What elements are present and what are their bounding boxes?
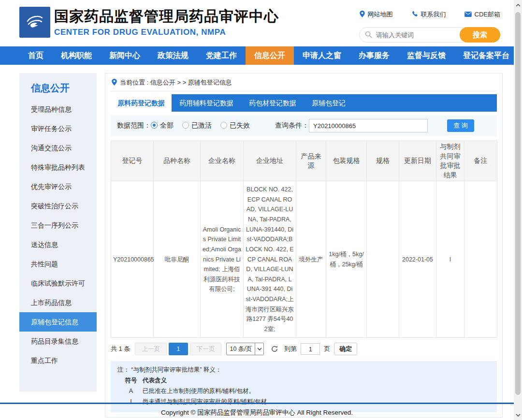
col-header-spec: 规格 xyxy=(367,141,399,181)
note-header-row: 符号 代表含义 xyxy=(117,376,490,386)
sidebar-item-common-issues[interactable]: 共性问题 xyxy=(19,254,97,274)
link-cde-mail-label: CDE邮箱 xyxy=(475,10,500,19)
link-sitemap[interactable]: 网站地图 xyxy=(360,10,393,19)
sidebar-item-delivery-info[interactable]: 送达信息 xyxy=(19,235,97,254)
nav-item-policy[interactable]: 政策法规 xyxy=(149,46,197,65)
cell-product-source: 境外生产 xyxy=(296,181,326,338)
breadcrumb-text: 当前位置 : 信息公开 > > 原辅包登记信息 xyxy=(120,78,232,87)
nav-item-supervision[interactable]: 监督与反馈 xyxy=(398,46,454,65)
prev-page-button[interactable]: 上一页 xyxy=(135,343,167,355)
radio-option-all[interactable]: 全部 xyxy=(151,121,174,130)
sidebar-item-three-in-one[interactable]: 三合一序列公示 xyxy=(19,216,97,235)
goto-page-unit: 页 xyxy=(324,345,330,353)
goto-page-label: 到第 xyxy=(284,345,297,353)
cell-variety-name: 吡非尼酮 xyxy=(154,181,201,338)
scrollbar-down-arrow-icon[interactable] xyxy=(514,411,522,419)
nav-item-home[interactable]: 首页 xyxy=(19,46,52,65)
radio-icon-all xyxy=(151,122,158,129)
radio-label-all: 全部 xyxy=(160,121,174,129)
col-header-variety-name: 品种名称 xyxy=(154,141,201,181)
col-header-update-date: 更新日期 xyxy=(399,141,436,181)
sidebar-item-review-tasks[interactable]: 审评任务公示 xyxy=(19,119,97,138)
tab-raw-excipient-registration[interactable]: 原辅包登记 xyxy=(304,94,353,112)
tab-excipient-registration-data[interactable]: 药用辅料登记数据 xyxy=(172,94,241,112)
cell-company-address: BLOCK NO. 422, ECP CANAL ROAD, VILLAGE-L… xyxy=(244,181,296,338)
breadcrumb: 当前位置 : 信息公开 > > 原辅包登记信息 xyxy=(111,77,497,91)
note-title: 注： “与制剂共同审评审批结果” 释义： xyxy=(117,365,490,376)
link-cde-mail[interactable]: CDE邮箱 xyxy=(464,10,500,19)
search-bar: 搜索 xyxy=(359,27,500,43)
col-header-product-source: 产品来源 xyxy=(296,141,326,181)
col-header-joint-review-result: 与制剂共同审批审批结果 xyxy=(436,141,464,181)
query-button[interactable]: 查 询 xyxy=(447,119,474,132)
page-size-value: 10 条/页 xyxy=(227,345,255,353)
cell-registration-no: Y20210000865 xyxy=(111,181,154,338)
cell-update-date: 2022-01-05 xyxy=(399,181,436,338)
site-footer: Copyright © 国家药品监督管理局药品审评中心 All Right Re… xyxy=(0,408,514,417)
site-header: 国家药品监督管理局药品审评中心 CENTER FOR DRUG EVALUATI… xyxy=(0,0,514,46)
note-item-a: A 已批准在上市制剂使用的原料/辅料/包材。 xyxy=(117,386,490,397)
phone-icon xyxy=(411,11,418,19)
refresh-icon[interactable] xyxy=(271,345,278,353)
cell-company-name: Amoli Organics Private Limited;Amoli Org… xyxy=(201,181,244,338)
next-page-button[interactable]: 下一页 xyxy=(190,343,222,355)
sidebar-title: 信息公开 xyxy=(19,79,97,100)
nav-item-party[interactable]: 党建工作 xyxy=(197,46,246,65)
sidebar: 信息公开 受理品种信息 审评任务公示 沟通交流公示 特殊审批品种列表 优先审评公… xyxy=(19,73,97,391)
sidebar-item-communication[interactable]: 沟通交流公示 xyxy=(19,138,97,158)
cell-spec xyxy=(367,181,399,338)
query-input[interactable] xyxy=(309,119,428,132)
sidebar-item-accepted-varieties[interactable]: 受理品种信息 xyxy=(19,100,97,119)
nav-item-registration-platform[interactable]: 登记备案平台 xyxy=(454,46,518,65)
note-meaning-i: 尚未通过与制剂共同审评审批的原料/辅料/包材。 xyxy=(143,397,273,407)
radio-option-expired[interactable]: 已失效 xyxy=(220,121,250,130)
sidebar-item-breakthrough-therapy[interactable]: 突破性治疗公示 xyxy=(19,196,97,216)
filter-bar: 数据范围： 全部 已激活 已失效 查询条件： 查 询 xyxy=(111,116,497,136)
scrollbar-up-arrow-icon[interactable] xyxy=(514,1,522,9)
nav-item-services[interactable]: 办事服务 xyxy=(350,46,398,65)
sidebar-item-key-work[interactable]: 重点工作 xyxy=(19,351,97,370)
site-title-block: 国家药品监督管理局药品审评中心 CENTER FOR DRUG EVALUATI… xyxy=(54,8,279,37)
confirm-button[interactable]: 确定 xyxy=(334,343,357,355)
scrollbar[interactable] xyxy=(514,0,522,420)
table-header-row: 登记号 品种名称 企业名称 企业地址 产品来源 包装规格 规格 更新日期 与制剂… xyxy=(111,141,497,181)
viewport: 国家药品监督管理局药品审评中心 CENTER FOR DRUG EVALUATI… xyxy=(0,0,514,420)
footer-divider xyxy=(0,403,514,404)
col-header-packaging-spec: 包装规格 xyxy=(326,141,367,181)
page: 国家药品监督管理局药品审评中心 CENTER FOR DRUG EVALUATI… xyxy=(0,0,522,420)
nav-item-functions[interactable]: 机构职能 xyxy=(52,46,101,65)
col-header-remarks: 备注 xyxy=(464,141,497,181)
sidebar-item-clinical-trial-license[interactable]: 临床试验默示许可 xyxy=(19,274,97,293)
breadcrumb-pin-icon xyxy=(112,79,117,87)
swallow-logo-icon xyxy=(24,10,46,34)
page-size-select[interactable]: 10 条/页 xyxy=(226,343,264,355)
search-button[interactable]: 搜索 xyxy=(460,27,500,43)
sidebar-item-drug-catalog[interactable]: 药品目录集信息 xyxy=(19,332,97,351)
goto-page-input[interactable] xyxy=(301,343,320,355)
radio-option-activated[interactable]: 已激活 xyxy=(182,121,212,130)
tab-api-registration-data[interactable]: 原料药登记数据 xyxy=(111,94,172,112)
site-title: 国家药品监督管理局药品审评中心 xyxy=(54,8,279,24)
scrollbar-thumb[interactable] xyxy=(515,12,521,395)
cell-joint-review-result: I xyxy=(436,181,464,338)
copyright-text: Copyright © 国家药品监督管理局药品审评中心 All Right Re… xyxy=(161,409,353,416)
sidebar-item-raw-excipient-packaging[interactable]: 原辅包登记信息 xyxy=(19,312,97,332)
note-item-i: I 尚未通过与制剂共同审评审批的原料/辅料/包材。 xyxy=(117,397,490,407)
note-symbol-a: A xyxy=(122,386,140,397)
note-box: 注： “与制剂共同审评审批结果” 释义： 符号 代表含义 A 已批准在上市制剂使… xyxy=(111,361,497,412)
registration-data-table: 登记号 品种名称 企业名称 企业地址 产品来源 包装规格 规格 更新日期 与制剂… xyxy=(111,141,497,338)
note-meaning-a: 已批准在上市制剂使用的原料/辅料/包材。 xyxy=(143,386,255,397)
main-panel: 当前位置 : 信息公开 > > 原辅包登记信息 原料药登记数据 药用辅料登记数据… xyxy=(105,73,503,418)
sidebar-item-marketed-drugs[interactable]: 上市药品信息 xyxy=(19,293,97,312)
nav-item-applicant[interactable]: 申请人之窗 xyxy=(294,46,350,65)
current-page-button[interactable]: 1 xyxy=(169,343,188,355)
tab-packaging-registration-data[interactable]: 药包材登记数据 xyxy=(241,94,304,112)
cell-packaging-spec: 1kg/桶，5kg/桶，25kg/桶 xyxy=(326,181,367,338)
link-contact[interactable]: 联系我们 xyxy=(411,10,446,19)
col-header-company-address: 企业地址 xyxy=(244,141,296,181)
sidebar-item-special-approval[interactable]: 特殊审批品种列表 xyxy=(19,158,97,177)
mail-icon xyxy=(464,11,472,18)
nav-item-news[interactable]: 新闻中心 xyxy=(101,46,149,65)
nav-item-info-disclosure[interactable]: 信息公开 xyxy=(246,46,294,65)
sidebar-item-priority-review[interactable]: 优先审评公示 xyxy=(19,177,97,196)
